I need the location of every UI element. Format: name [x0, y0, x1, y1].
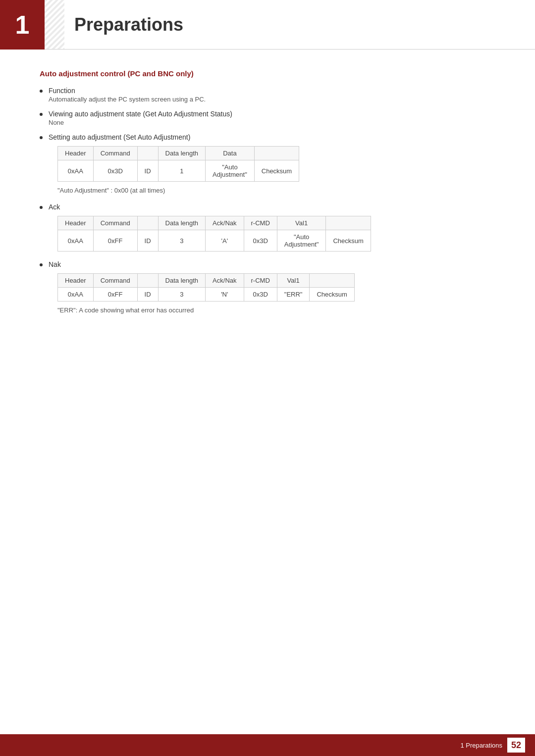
- chapter-number: 1: [15, 10, 30, 40]
- th-header: Header: [58, 274, 94, 288]
- note-setting: "Auto Adjustment" : 0x00 (at all times): [57, 187, 495, 194]
- setting-table: Header Command Data length Data 0xAA: [57, 146, 299, 182]
- th-command: Command: [93, 216, 137, 230]
- th-id: [137, 216, 158, 230]
- td-val1: "AutoAdjustment": [277, 230, 326, 252]
- bullet-content-nak: Nak Header Command Data length Ack/Nak r…: [49, 260, 495, 319]
- th-checksum: [254, 147, 299, 160]
- td-id: ID: [137, 160, 158, 182]
- th-id: [137, 147, 158, 160]
- section-title: Auto adjustment control (PC and BNC only…: [40, 69, 495, 78]
- td-checksum: Checksum: [310, 288, 354, 302]
- list-item: Ack Header Command Data length Ack/Nak r…: [40, 203, 495, 256]
- footer-page-number: 52: [507, 738, 525, 753]
- td-r-cmd: 0x3D: [244, 230, 277, 252]
- td-ack-nak: 'A': [206, 230, 244, 252]
- bullet-sub: None: [49, 119, 495, 126]
- th-id: [137, 274, 158, 288]
- page-footer: 1 Preparations 52: [0, 734, 535, 756]
- chapter-block: 1: [0, 0, 45, 50]
- td-header: 0xAA: [58, 230, 94, 252]
- td-data-length: 1: [158, 160, 206, 182]
- td-command: 0xFF: [93, 230, 137, 252]
- bullet-content-viewing: Viewing auto adjustment state (Get Auto …: [49, 110, 495, 129]
- th-r-cmd: r-CMD: [244, 274, 277, 288]
- th-checksum: [310, 274, 354, 288]
- svg-rect-1: [45, 0, 64, 50]
- footer-text: 1 Preparations: [460, 742, 502, 749]
- td-ack-nak: 'N': [206, 288, 244, 302]
- bullet-sub: Automatically adjust the PC system scree…: [49, 96, 495, 103]
- td-checksum: Checksum: [326, 230, 371, 252]
- table-row: 0xAA 0xFF ID 3 'A' 0x3D "AutoAdjustment"…: [58, 230, 371, 252]
- list-item: Nak Header Command Data length Ack/Nak r…: [40, 260, 495, 319]
- th-data-length: Data length: [158, 274, 206, 288]
- ack-table-wrapper: Header Command Data length Ack/Nak r-CMD…: [57, 216, 495, 252]
- bullet-list: Function Automatically adjust the PC sys…: [40, 87, 495, 319]
- ack-table: Header Command Data length Ack/Nak r-CMD…: [57, 216, 371, 252]
- td-header: 0xAA: [58, 160, 94, 182]
- bullet-label: Viewing auto adjustment state (Get Auto …: [49, 110, 495, 118]
- td-id: ID: [137, 288, 158, 302]
- bullet-dot: [40, 113, 43, 116]
- th-data-length: Data length: [158, 216, 206, 230]
- bullet-dot: [40, 90, 43, 93]
- th-ack-nak: Ack/Nak: [206, 274, 244, 288]
- th-checksum: [326, 216, 371, 230]
- list-item: Function Automatically adjust the PC sys…: [40, 87, 495, 106]
- bullet-dot: [40, 206, 43, 209]
- bullet-content-ack: Ack Header Command Data length Ack/Nak r…: [49, 203, 495, 256]
- table-row: 0xAA 0xFF ID 3 'N' 0x3D "ERR" Checksum: [58, 288, 355, 302]
- bullet-dot: [40, 136, 43, 139]
- bullet-label-nak: Nak: [49, 260, 495, 268]
- th-val1: Val1: [277, 274, 310, 288]
- stripe-decoration: [45, 0, 64, 50]
- nak-table-wrapper: Header Command Data length Ack/Nak r-CMD…: [57, 273, 495, 302]
- td-data: "AutoAdjustment": [206, 160, 255, 182]
- th-command: Command: [93, 147, 137, 160]
- th-data: Data: [206, 147, 255, 160]
- list-item: Viewing auto adjustment state (Get Auto …: [40, 110, 495, 129]
- th-ack-nak: Ack/Nak: [206, 216, 244, 230]
- nak-table: Header Command Data length Ack/Nak r-CMD…: [57, 273, 355, 302]
- bullet-label-ack: Ack: [49, 203, 495, 211]
- td-checksum: Checksum: [254, 160, 299, 182]
- th-r-cmd: r-CMD: [244, 216, 277, 230]
- bullet-label: Setting auto adjustment (Set Auto Adjust…: [49, 133, 495, 141]
- td-command: 0x3D: [93, 160, 137, 182]
- bullet-content-function: Function Automatically adjust the PC sys…: [49, 87, 495, 106]
- th-command: Command: [93, 274, 137, 288]
- td-header: 0xAA: [58, 288, 94, 302]
- td-id: ID: [137, 230, 158, 252]
- td-command: 0xFF: [93, 288, 137, 302]
- bullet-label: Function: [49, 87, 495, 95]
- td-data-length: 3: [158, 288, 206, 302]
- th-data-length: Data length: [158, 147, 206, 160]
- bullet-dot: [40, 263, 43, 266]
- td-val1: "ERR": [277, 288, 310, 302]
- th-header: Header: [58, 147, 94, 160]
- list-item: Setting auto adjustment (Set Auto Adjust…: [40, 133, 495, 199]
- page-header: 1 Preparations: [0, 0, 535, 50]
- table-row: 0xAA 0x3D ID 1 "AutoAdjustment" Checksum: [58, 160, 299, 182]
- td-r-cmd: 0x3D: [244, 288, 277, 302]
- setting-table-wrapper: Header Command Data length Data 0xAA: [57, 146, 495, 182]
- page-title: Preparations: [74, 14, 183, 35]
- td-data-length: 3: [158, 230, 206, 252]
- th-header: Header: [58, 216, 94, 230]
- th-val1: Val1: [277, 216, 326, 230]
- bullet-content-setting: Setting auto adjustment (Set Auto Adjust…: [49, 133, 495, 199]
- note-nak: "ERR": A code showing what error has occ…: [57, 306, 495, 314]
- main-content: Auto adjustment control (PC and BNC only…: [0, 50, 535, 362]
